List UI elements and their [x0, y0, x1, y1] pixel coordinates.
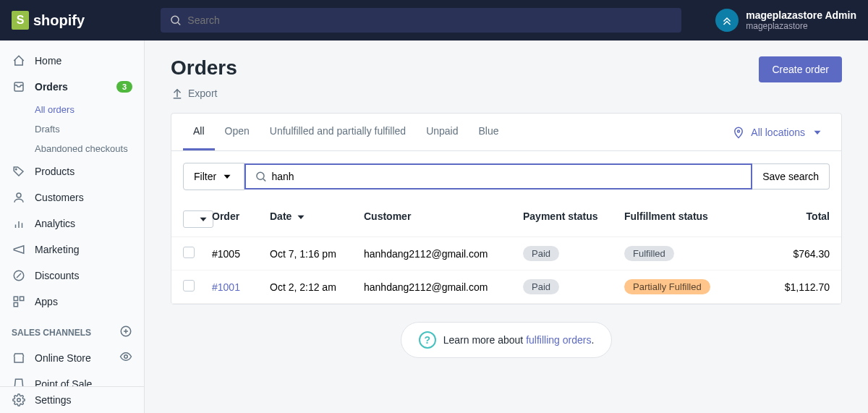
order-number[interactable]: #1005 — [212, 248, 270, 260]
tag-icon — [12, 164, 26, 179]
sidebar-item-orders[interactable]: Orders 3 — [0, 74, 144, 100]
tab-open[interactable]: Open — [215, 114, 260, 150]
sidebar-item-marketing[interactable]: Marketing — [0, 237, 144, 263]
channel-online-store[interactable]: Online Store — [0, 344, 144, 371]
svg-rect-11 — [20, 297, 24, 300]
sidebar-item-apps[interactable]: Apps — [0, 289, 144, 315]
sidebar-item-analytics[interactable]: Analytics — [0, 210, 144, 237]
logo[interactable]: S shopify — [12, 11, 161, 30]
select-all-checkbox[interactable] — [183, 210, 212, 228]
sidebar-item-label: Analytics — [35, 218, 75, 229]
table-header: Order Date Customer Payment status Fulfi… — [171, 202, 841, 237]
tab-all[interactable]: All — [183, 114, 215, 150]
sidebar-item-label: Discounts — [35, 270, 79, 281]
channel-label: Online Store — [35, 352, 91, 364]
tab-unfulfilled-and-partially-fulfilled[interactable]: Unfulfilled and partially fulfilled — [260, 114, 416, 150]
order-customer: hanhdang2112@gmail.com — [364, 248, 523, 260]
svg-point-4 — [17, 193, 21, 197]
svg-point-16 — [124, 355, 128, 359]
sidebar-item-home[interactable]: Home — [0, 48, 144, 74]
col-date[interactable]: Date — [270, 210, 364, 228]
sidebar-subitem-abandoned[interactable]: Abandoned checkouts — [0, 139, 144, 158]
fulfillment-status: Fulfilled — [624, 246, 783, 261]
fulfilling-orders-link[interactable]: fulfilling orders — [526, 334, 591, 346]
shopify-bag-icon: S — [12, 11, 29, 30]
svg-point-20 — [17, 399, 21, 402]
sidebar-item-label: Orders — [35, 81, 68, 93]
avatar — [715, 9, 739, 32]
svg-rect-10 — [14, 297, 17, 300]
gear-icon — [12, 393, 26, 407]
page-header: Orders Export Create order — [171, 56, 842, 100]
row-checkbox[interactable] — [183, 247, 212, 260]
view-store-icon[interactable] — [119, 350, 132, 365]
col-payment[interactable]: Payment status — [523, 210, 624, 228]
avatar-icon — [720, 14, 733, 27]
orders-count-badge: 3 — [116, 81, 132, 93]
search-icon — [255, 170, 267, 183]
filter-button[interactable]: Filter — [183, 163, 244, 190]
sidebar-item-label: Marketing — [35, 244, 79, 255]
locations-dropdown[interactable]: All locations — [726, 114, 830, 150]
svg-marker-29 — [298, 216, 305, 219]
user-name: mageplazastore Admin — [746, 9, 856, 21]
col-fulfillment[interactable]: Fulfillment status — [624, 210, 783, 228]
svg-line-9 — [17, 273, 21, 278]
help-icon: ? — [419, 331, 436, 349]
order-date: Oct 2, 2:12 am — [270, 281, 364, 293]
add-channel-button[interactable] — [119, 325, 132, 340]
svg-marker-24 — [814, 130, 821, 134]
page-title: Orders — [171, 56, 237, 80]
svg-point-0 — [171, 16, 179, 23]
col-customer[interactable]: Customer — [364, 210, 523, 228]
col-total[interactable]: Total — [783, 210, 830, 228]
filter-search-box[interactable] — [244, 163, 752, 190]
sidebar-item-settings[interactable]: Settings — [0, 386, 144, 413]
order-total: $764.30 — [783, 248, 830, 260]
svg-rect-12 — [14, 303, 17, 307]
sidebar-item-label: Home — [35, 55, 61, 67]
col-order[interactable]: Order — [212, 210, 270, 228]
orders-icon — [12, 80, 26, 94]
sidebar-item-label: Apps — [35, 296, 58, 307]
sidebar-item-products[interactable]: Products — [0, 158, 144, 184]
svg-marker-25 — [224, 175, 231, 179]
create-order-button[interactable]: Create order — [759, 56, 842, 82]
fulfillment-status: Partially Fulfilled — [624, 279, 783, 294]
order-date: Oct 7, 1:16 pm — [270, 248, 364, 260]
sidebar-subitem-all-orders[interactable]: All orders — [0, 100, 144, 119]
tab-blue[interactable]: Blue — [469, 114, 509, 150]
caret-down-icon — [294, 210, 307, 223]
payment-status: Paid — [523, 279, 624, 294]
order-customer: hanhdang2112@gmail.com — [364, 281, 523, 293]
caret-down-icon — [221, 170, 234, 183]
user-menu[interactable]: mageplazastore Admin mageplazastore — [701, 9, 856, 32]
info-callout: ? Learn more about fulfilling orders. — [171, 322, 842, 358]
search-input[interactable] — [187, 14, 673, 26]
location-pin-icon — [732, 126, 745, 139]
search-wrap — [161, 8, 681, 33]
search-box[interactable] — [161, 8, 681, 33]
filter-search-input[interactable] — [272, 171, 743, 182]
svg-point-23 — [738, 130, 740, 132]
save-search-button[interactable]: Save search — [752, 163, 830, 190]
orders-table: Order Date Customer Payment status Fulfi… — [171, 202, 841, 304]
svg-point-3 — [16, 169, 17, 170]
sidebar-item-discounts[interactable]: Discounts — [0, 263, 144, 289]
table-row[interactable]: #1005Oct 7, 1:16 pmhanhdang2112@gmail.co… — [171, 237, 841, 271]
export-button[interactable]: Export — [171, 87, 237, 100]
order-total: $1,112.70 — [783, 281, 830, 293]
svg-line-27 — [263, 179, 265, 181]
tab-unpaid[interactable]: Unpaid — [416, 114, 468, 150]
row-checkbox[interactable] — [183, 280, 212, 294]
person-icon — [12, 190, 26, 205]
sidebar-item-label: Settings — [35, 394, 72, 406]
store-name: mageplazastore — [746, 21, 856, 31]
svg-line-1 — [178, 22, 180, 25]
store-icon — [12, 351, 26, 365]
sidebar-subitem-drafts[interactable]: Drafts — [0, 119, 144, 139]
order-number[interactable]: #1001 — [212, 281, 270, 293]
table-row[interactable]: #1001Oct 2, 2:12 amhanhdang2112@gmail.co… — [171, 271, 841, 304]
sidebar-item-customers[interactable]: Customers — [0, 184, 144, 210]
section-label: SALES CHANNELS — [12, 328, 91, 338]
